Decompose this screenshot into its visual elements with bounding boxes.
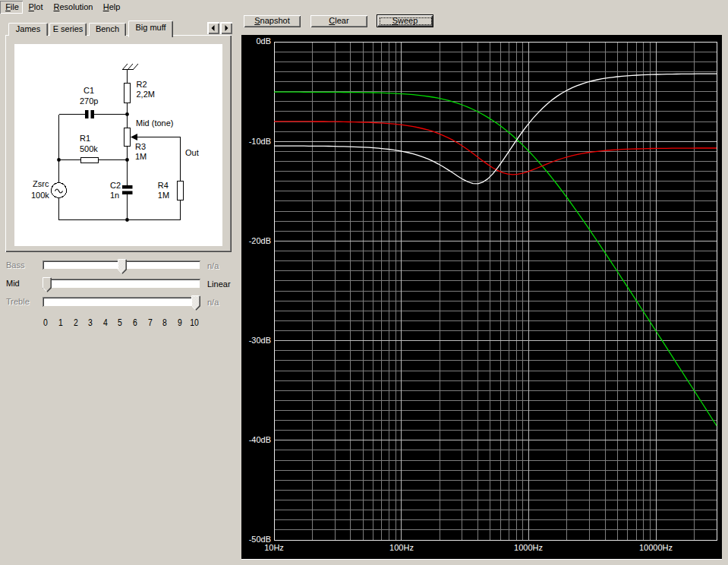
- svg-text:10000Hz: 10000Hz: [639, 543, 673, 552]
- svg-text:-40dB: -40dB: [249, 435, 271, 444]
- svg-text:1n: 1n: [110, 191, 119, 200]
- svg-text:-30dB: -30dB: [249, 336, 271, 345]
- svg-text:Out: Out: [185, 148, 199, 157]
- svg-text:100k: 100k: [31, 191, 49, 200]
- svg-text:Mid (tone): Mid (tone): [136, 118, 174, 128]
- svg-text:270p: 270p: [80, 96, 98, 106]
- svg-text:Zsrc: Zsrc: [33, 179, 49, 188]
- svg-text:R2: R2: [137, 80, 147, 89]
- svg-text:0dB: 0dB: [256, 36, 271, 46]
- svg-text:1M: 1M: [158, 191, 169, 200]
- svg-text:R1: R1: [80, 134, 90, 143]
- svg-text:100Hz: 100Hz: [389, 543, 414, 552]
- svg-text:1000Hz: 1000Hz: [514, 543, 543, 552]
- svg-text:-10dB: -10dB: [249, 137, 271, 146]
- svg-text:1M: 1M: [135, 152, 147, 161]
- svg-text:500k: 500k: [80, 144, 98, 153]
- svg-text:-20dB: -20dB: [249, 236, 271, 245]
- svg-text:10Hz: 10Hz: [264, 543, 284, 552]
- svg-text:R3: R3: [135, 142, 146, 151]
- svg-text:2,2M: 2,2M: [137, 90, 155, 99]
- svg-text:C2: C2: [110, 181, 121, 190]
- svg-text:C1: C1: [84, 86, 94, 95]
- svg-text:R4: R4: [158, 181, 169, 190]
